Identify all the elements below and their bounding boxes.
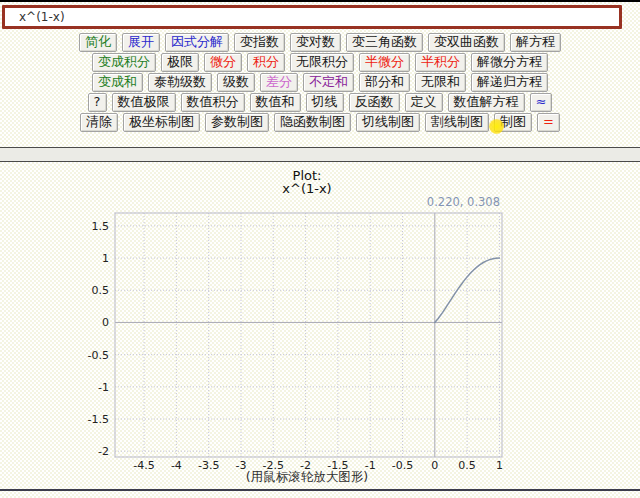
y-tick-label: -1.5 [88,413,109,426]
y-tick-label: 0.5 [92,284,110,297]
y-tick-label: -2 [98,445,109,458]
plot-caption: (用鼠标滚轮放大图形) [0,469,614,486]
y-tick-label: 0 [102,316,109,329]
y-tick-label: -0.5 [88,349,109,362]
y-tick-label: -1 [98,381,109,394]
y-tick-label: 1.5 [92,220,110,233]
plot-frame [115,213,502,457]
y-tick-label: 1 [102,252,109,265]
bottom-border [0,489,640,491]
plot-svg[interactable]: -4.5-4-3.5-3-2.5-2-1.5-1-0.500.511.510.5… [0,0,640,498]
